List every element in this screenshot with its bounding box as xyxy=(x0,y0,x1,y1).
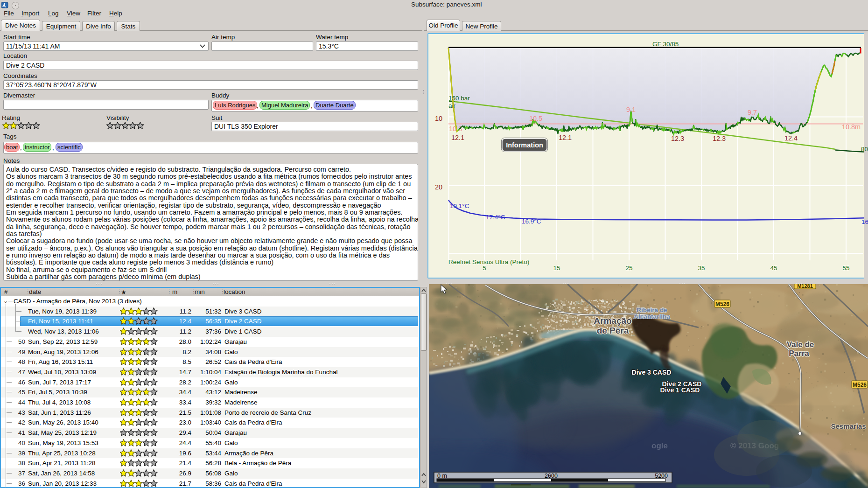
svg-text:M526: M526 xyxy=(853,382,867,388)
svg-text:Alcantarilha: Alcantarilha xyxy=(634,313,670,320)
svg-text:Parra: Parra xyxy=(789,349,809,358)
svg-text:Ribeira de: Ribeira de xyxy=(637,307,667,314)
svg-text:de Pêra: de Pêra xyxy=(597,326,629,335)
svg-text:5200: 5200 xyxy=(655,473,668,479)
svg-text:Armação: Armação xyxy=(594,316,631,326)
svg-text:M526: M526 xyxy=(715,301,729,307)
svg-text:0 m: 0 m xyxy=(437,473,447,479)
svg-text:2600: 2600 xyxy=(545,473,558,479)
svg-text:Vale de: Vale de xyxy=(787,340,814,349)
svg-text:Dive 1 CASD: Dive 1 CASD xyxy=(660,386,700,394)
svg-text:Sesmarias: Sesmarias xyxy=(831,422,866,430)
svg-text:Dive 3 CASD: Dive 3 CASD xyxy=(632,369,672,376)
svg-text:ogle: ogle xyxy=(651,441,668,450)
